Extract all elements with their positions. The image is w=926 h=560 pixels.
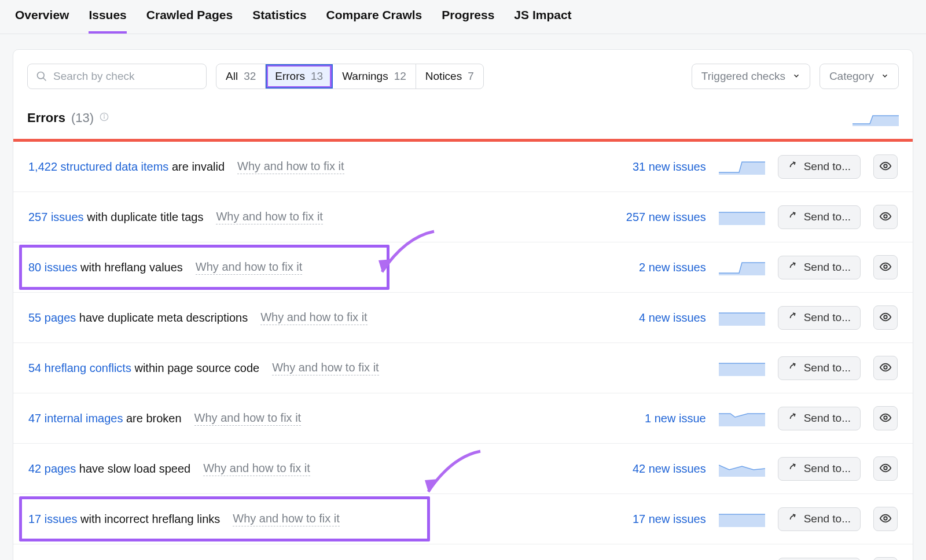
new-issues-link[interactable]: 4 new issues <box>608 311 706 325</box>
send-to-button[interactable]: Send to... <box>778 306 861 330</box>
new-issues-link[interactable]: 17 new issues <box>608 513 706 526</box>
send-to-button[interactable]: Send to... <box>778 457 861 481</box>
segment-all-count: 32 <box>244 70 256 83</box>
send-to-button[interactable]: Send to... <box>778 356 861 380</box>
triggered-checks-dropdown[interactable]: Triggered checks <box>692 64 810 89</box>
send-to-button[interactable]: Send to... <box>778 205 861 229</box>
issue-row: 1,422 structured data items are invalidW… <box>13 142 913 192</box>
issue-description: 80 issues with hreflang values <box>28 261 183 274</box>
new-issues-link[interactable]: 42 new issues <box>608 462 706 476</box>
segment-notices-label: Notices <box>425 70 462 83</box>
issue-count-link[interactable]: 55 pages <box>28 311 76 324</box>
view-button[interactable] <box>873 154 898 179</box>
why-and-how-link[interactable]: Why and how to fix it <box>233 512 340 526</box>
send-label: Send to... <box>804 513 851 525</box>
issue-description: 1,422 structured data items are invalid <box>28 160 225 174</box>
why-and-how-link[interactable]: Why and how to fix it <box>237 160 344 174</box>
search-input[interactable] <box>53 70 198 83</box>
tab-compare-crawls[interactable]: Compare Crawls <box>326 8 422 34</box>
issue-count-link[interactable]: 257 issues <box>28 211 84 223</box>
eye-icon <box>879 361 892 375</box>
svg-rect-10 <box>719 313 765 326</box>
tab-js-impact[interactable]: JS Impact <box>514 8 571 34</box>
issue-row: 47 internal images are brokenWhy and how… <box>13 393 913 444</box>
issue-count-link[interactable]: 17 issues <box>28 513 78 525</box>
why-and-how-link[interactable]: Why and how to fix it <box>194 411 302 426</box>
eye-icon <box>879 260 892 275</box>
chevron-down-icon <box>881 72 889 82</box>
new-issues-link[interactable]: 2 new issues <box>608 261 706 274</box>
sparkline <box>719 209 765 225</box>
issue-count-link[interactable]: 47 internal images <box>28 412 123 425</box>
errors-count: (13) <box>71 110 94 126</box>
view-button[interactable] <box>873 456 898 481</box>
issue-text: with incorrect hreflang links <box>78 513 221 525</box>
tab-statistics[interactable]: Statistics <box>252 8 306 34</box>
eye-icon <box>879 512 892 526</box>
send-icon <box>788 462 798 476</box>
svg-point-17 <box>884 466 887 470</box>
view-button[interactable] <box>873 255 898 279</box>
segment-warnings[interactable]: Warnings 12 <box>333 64 416 89</box>
why-and-how-link[interactable]: Why and how to fix it <box>272 361 379 375</box>
send-to-button[interactable]: Send to... <box>778 507 861 531</box>
issue-count-link[interactable]: 54 hreflang conflicts <box>28 362 131 374</box>
issue-count-link[interactable]: 42 pages <box>28 462 76 475</box>
eye-icon <box>879 311 892 325</box>
view-button[interactable] <box>873 205 898 229</box>
send-icon <box>788 261 798 274</box>
svg-point-0 <box>38 72 45 79</box>
segment-notices[interactable]: Notices 7 <box>416 64 483 89</box>
eye-icon <box>879 160 892 174</box>
filter-bar: All 32 Errors 13 Warnings 12 Notices 7 T… <box>13 50 913 98</box>
category-label: Category <box>829 70 874 83</box>
errors-section-header: Errors (13) <box>13 98 913 139</box>
why-and-how-link[interactable]: Why and how to fix it <box>260 311 368 325</box>
segment-notices-count: 7 <box>468 70 474 83</box>
view-button[interactable] <box>873 305 898 330</box>
triggered-checks-label: Triggered checks <box>701 70 785 83</box>
issue-text: with duplicate title tags <box>84 211 204 223</box>
new-issues-link[interactable]: 1 new issue <box>608 412 706 425</box>
tab-issues[interactable]: Issues <box>89 8 126 34</box>
view-button[interactable] <box>873 507 898 531</box>
send-icon <box>788 160 798 174</box>
svg-point-5 <box>884 164 887 168</box>
issue-description: 42 pages have slow load speed <box>28 462 190 476</box>
why-and-how-link[interactable]: Why and how to fix it <box>203 462 310 476</box>
view-button[interactable] <box>873 356 898 380</box>
category-dropdown[interactable]: Category <box>820 64 899 89</box>
issue-count-link[interactable]: 80 issues <box>28 261 78 274</box>
send-to-button[interactable]: Send to... <box>778 155 861 179</box>
new-issues-link[interactable]: 31 new issues <box>608 160 706 174</box>
send-icon <box>788 412 798 425</box>
send-icon <box>788 513 798 526</box>
why-and-how-link[interactable]: Why and how to fix it <box>196 260 303 275</box>
view-button[interactable] <box>873 557 898 560</box>
sparkline <box>719 511 765 527</box>
segment-errors[interactable]: Errors 13 <box>266 64 333 89</box>
new-issues-link[interactable]: 257 new issues <box>608 211 706 224</box>
issue-row: 55 pages have duplicate meta description… <box>13 293 913 343</box>
issues-panel: All 32 Errors 13 Warnings 12 Notices 7 T… <box>13 49 913 560</box>
info-icon[interactable] <box>100 112 109 124</box>
sparkline <box>719 360 765 376</box>
issue-count-link[interactable]: 1,422 structured data items <box>28 160 168 173</box>
send-to-button[interactable]: Send to... <box>778 407 861 430</box>
eye-icon <box>879 210 892 224</box>
send-to-button[interactable]: Send to... <box>778 256 861 279</box>
issue-text: are broken <box>123 412 181 425</box>
tab-crawled-pages[interactable]: Crawled Pages <box>146 8 233 34</box>
segment-warnings-label: Warnings <box>342 70 388 83</box>
errors-title: Errors <box>27 110 65 126</box>
svg-rect-13 <box>719 363 765 376</box>
segment-errors-label: Errors <box>275 70 305 83</box>
tab-overview[interactable]: Overview <box>15 8 69 34</box>
tab-progress[interactable]: Progress <box>442 8 494 34</box>
segment-all[interactable]: All 32 <box>216 64 266 89</box>
send-to-button[interactable]: Send to... <box>778 558 861 561</box>
search-input-wrap[interactable] <box>27 64 207 89</box>
view-button[interactable] <box>873 406 898 430</box>
why-and-how-link[interactable]: Why and how to fix it <box>216 210 323 224</box>
send-icon <box>788 311 798 325</box>
